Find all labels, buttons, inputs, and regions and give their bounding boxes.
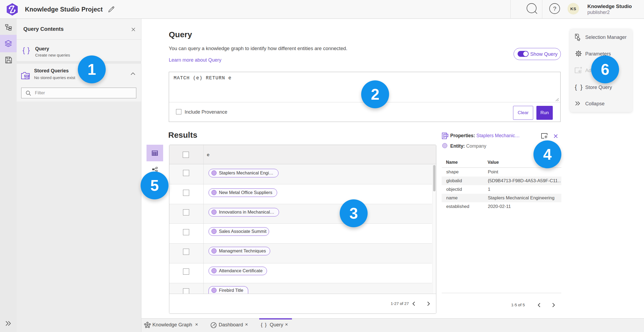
- svg-text:?: ?: [553, 5, 556, 12]
- svg-text:{ }: { }: [575, 83, 583, 91]
